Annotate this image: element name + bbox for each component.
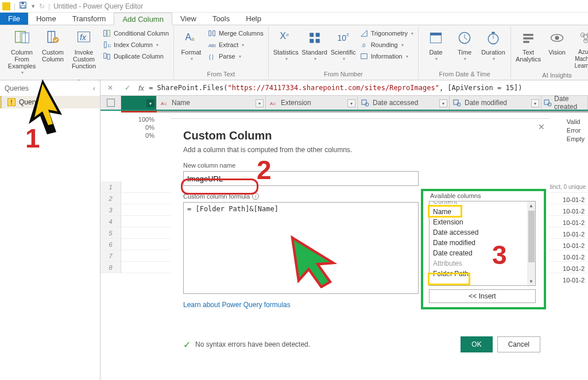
text-analytics-icon <box>519 29 537 47</box>
conditional-column-button[interactable]: Conditional Column <box>101 28 170 39</box>
ok-button[interactable]: OK <box>461 336 492 352</box>
undo-dropdown-icon[interactable]: ▼ <box>30 3 36 9</box>
scroll-thumb[interactable] <box>528 211 535 262</box>
accept-formula-icon[interactable]: ✓ <box>121 82 134 94</box>
row-header[interactable]: 3 <box>100 204 121 216</box>
tab-add-column[interactable]: Add Column <box>114 13 172 25</box>
svg-rect-1 <box>22 2 24 5</box>
main-area: ✕ ✓ fx = SharePoint.Files("https://74117… <box>100 80 588 380</box>
standard-button[interactable]: Standard▾ <box>301 28 328 64</box>
svg-text:C: C <box>273 102 276 106</box>
format-button[interactable]: Aa Format▾ <box>177 28 205 64</box>
cancel-formula-icon[interactable]: ✕ <box>104 82 117 94</box>
save-icon[interactable] <box>19 1 27 11</box>
column-from-examples-button[interactable]: Column From Examples▾ <box>6 28 38 77</box>
redo-icon[interactable]: ↻ <box>39 2 45 10</box>
collapse-panel-icon[interactable]: ‹ <box>93 84 95 92</box>
formula-bar: ✕ ✓ fx = SharePoint.Files("https://74117… <box>100 80 588 96</box>
query-item[interactable]: ! Query1 <box>0 96 100 108</box>
list-item[interactable]: Attributes <box>430 258 535 269</box>
text-type-icon: AC <box>159 98 169 108</box>
info-icon[interactable]: i <box>252 193 259 200</box>
list-item[interactable]: Date accessed <box>430 227 535 238</box>
column-header-selected[interactable]: ▾ <box>121 96 157 110</box>
extract-button[interactable]: ABCExtract▾ <box>206 39 265 51</box>
svg-rect-13 <box>107 30 110 37</box>
duplicate-column-button[interactable]: Duplicate Column <box>101 51 170 62</box>
datetime-type-icon <box>544 98 552 108</box>
scroll-up-icon[interactable]: ▲ <box>527 201 535 210</box>
svg-rect-29 <box>315 39 319 43</box>
tab-file[interactable]: File <box>0 13 28 25</box>
text-analytics-button[interactable]: Text Analytics <box>514 28 542 64</box>
svg-rect-16 <box>104 53 106 59</box>
svg-text:A: A <box>185 32 192 42</box>
filter-icon[interactable]: ▾ <box>439 99 447 107</box>
filter-icon[interactable]: ▾ <box>256 99 264 107</box>
row-header[interactable]: 4 <box>100 216 121 227</box>
conditional-icon <box>102 29 111 38</box>
tab-help[interactable]: Help <box>238 13 269 25</box>
list-item[interactable]: Date modified <box>430 238 535 248</box>
invoke-custom-function-button[interactable]: fx Invoke Custom Function <box>68 28 100 71</box>
date-button[interactable]: Date▾ <box>422 28 450 64</box>
datetime-type-icon <box>452 98 462 108</box>
trig-icon <box>359 29 369 38</box>
svg-rect-27 <box>315 33 319 37</box>
index-column-button[interactable]: 12Index Column▾ <box>101 39 170 51</box>
information-button[interactable]: Information▾ <box>358 51 415 62</box>
tab-transform[interactable]: Transform <box>64 13 114 25</box>
rounding-button[interactable]: .0Rounding▾ <box>358 39 415 51</box>
scientific-button[interactable]: 102Scientific▾ <box>330 28 357 64</box>
insert-button[interactable]: << Insert <box>429 289 536 303</box>
label: Index Column <box>114 41 153 48</box>
row-header[interactable]: 7 <box>100 250 121 262</box>
fx-icon[interactable]: fx <box>138 84 144 92</box>
row-header[interactable]: 8 <box>100 262 121 273</box>
column-menu-icon[interactable]: ▾ <box>146 99 154 107</box>
row-header[interactable]: 6 <box>100 239 121 250</box>
scrollbar[interactable]: ▲ ▼ <box>527 201 535 285</box>
row-header[interactable]: 2 <box>100 193 121 204</box>
custom-column-button[interactable]: Custom Column <box>39 28 67 64</box>
available-columns-list[interactable]: Content Name Extension Date accessed Dat… <box>429 201 536 286</box>
duration-button[interactable]: Duration▾ <box>479 28 507 64</box>
tab-view[interactable]: View <box>172 13 204 25</box>
statistics-button[interactable]: ΧσStatistics▾ <box>272 28 300 64</box>
vision-button[interactable]: Vision <box>543 28 571 57</box>
filter-icon[interactable]: ▾ <box>347 99 355 107</box>
cancel-button[interactable]: Cancel <box>497 336 540 352</box>
column-header-extension[interactable]: AC Extension ▾ <box>266 96 358 110</box>
column-header-date-modified[interactable]: Date modified ▾ <box>450 96 541 110</box>
row-header[interactable]: 1 <box>100 181 121 193</box>
new-column-name-input[interactable] <box>183 171 419 186</box>
trigonometry-button[interactable]: Trigonometry▾ <box>358 28 415 39</box>
table-corner[interactable] <box>100 96 121 110</box>
list-item[interactable]: Extension <box>430 217 535 227</box>
parse-button[interactable]: { }Parse▾ <box>206 51 265 62</box>
dialog-title: Custom Column <box>183 129 550 142</box>
list-item[interactable]: Date created <box>430 248 535 258</box>
column-header-date-accessed[interactable]: Date accessed ▾ <box>358 96 450 110</box>
merge-columns-button[interactable]: Merge Columns <box>206 28 265 39</box>
list-item[interactable]: Folder Path <box>430 269 535 279</box>
tab-home[interactable]: Home <box>28 13 64 25</box>
tab-tools[interactable]: Tools <box>204 13 238 25</box>
column-header-name[interactable]: AC Name ▾ <box>157 96 266 110</box>
row-header[interactable]: 5 <box>100 227 121 239</box>
svg-rect-33 <box>361 54 367 59</box>
format-icon: Aa <box>182 29 200 47</box>
scroll-down-icon[interactable]: ▼ <box>527 277 535 285</box>
group-label: From Date & Time <box>422 69 507 79</box>
formula-text[interactable]: = SharePoint.Files("https://74117334.sha… <box>149 84 585 92</box>
time-button[interactable]: Time▾ <box>451 28 478 64</box>
group-label: From Number <box>272 69 415 79</box>
column-header-date-created[interactable]: Date created <box>541 96 588 110</box>
close-icon[interactable]: ✕ <box>538 122 545 131</box>
label: Trigonometry <box>371 30 408 37</box>
formula-input[interactable]: = [Folder Path]&[Name] <box>183 202 419 294</box>
list-item[interactable]: Content <box>430 201 535 207</box>
filter-icon[interactable]: ▾ <box>531 99 539 107</box>
azure-ml-button[interactable]: Azure Machine Learning <box>572 28 588 71</box>
list-item[interactable]: Name <box>430 207 535 217</box>
